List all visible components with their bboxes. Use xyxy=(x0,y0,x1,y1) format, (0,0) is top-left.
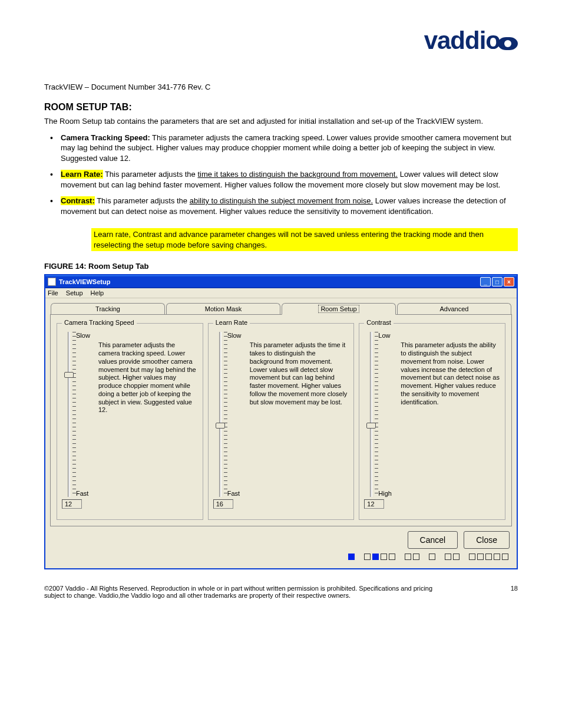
status-led xyxy=(389,554,395,560)
slider-description: This parameter adjusts the ability to di… xyxy=(401,341,500,515)
footer-left: ©2007 Vaddio - All Rights Reserved. Repr… xyxy=(44,585,445,599)
status-led xyxy=(372,554,379,560)
menu-help[interactable]: Help xyxy=(91,289,104,297)
bullet-text-a: This parameter adjusts the xyxy=(103,170,198,179)
bullet-label: Camera Tracking Speed: xyxy=(61,133,150,142)
tab-bar: Tracking Motion Mask Room Setup Advanced xyxy=(50,303,512,315)
slider-thumb[interactable] xyxy=(366,423,376,429)
page-footer: ©2007 Vaddio - All Rights Reserved. Repr… xyxy=(44,585,518,599)
logo-eye-icon xyxy=(498,37,518,50)
status-led xyxy=(494,554,500,560)
slider-thumb[interactable] xyxy=(64,372,74,378)
tab-tracking[interactable]: Tracking xyxy=(51,303,165,315)
bullet-contrast: Contrast: This parameter adjusts the abi… xyxy=(44,196,518,216)
group-camera-tracking-speed: Camera Tracking Speed Slow xyxy=(57,323,203,520)
status-led xyxy=(405,554,411,560)
status-led xyxy=(413,554,419,560)
group-title: Camera Tracking Speed xyxy=(62,319,137,326)
slider-value-learn-rate[interactable]: 16 xyxy=(213,499,233,509)
status-led xyxy=(364,554,371,560)
status-led xyxy=(469,554,475,560)
slider-bottom-label: Fast xyxy=(76,490,94,497)
window-title: TrackVIEWSetup xyxy=(59,278,480,285)
slider-contrast[interactable] xyxy=(366,332,378,497)
slider-top-label: Slow xyxy=(227,332,245,339)
cancel-button[interactable]: Cancel xyxy=(408,531,458,549)
slider-camera-tracking-speed[interactable] xyxy=(64,332,76,497)
tab-body: Camera Tracking Speed Slow xyxy=(50,314,512,526)
bullet-list: Camera Tracking Speed: This parameter ad… xyxy=(44,133,518,217)
tab-advanced[interactable]: Advanced xyxy=(397,303,511,315)
status-led xyxy=(348,554,355,560)
maximize-button[interactable]: □ xyxy=(492,277,503,286)
intro-paragraph: The Room Setup tab contains the paramete… xyxy=(44,116,518,127)
group-title: Learn Rate xyxy=(213,319,250,326)
tab-room-setup[interactable]: Room Setup xyxy=(282,303,396,315)
status-led xyxy=(485,554,492,560)
bullet-label: Contrast: xyxy=(61,196,95,205)
section-title: ROOM SETUP TAB: xyxy=(44,102,518,113)
menu-setup[interactable]: Setup xyxy=(66,289,83,297)
slider-top-label: Slow xyxy=(76,332,94,339)
slider-value-camera-tracking-speed[interactable]: 12 xyxy=(62,499,82,509)
slider-top-label: Low xyxy=(378,332,396,339)
group-contrast: Contrast Low High xyxy=(359,323,505,520)
slider-description: This parameter adjusts the camera tracki… xyxy=(98,341,198,515)
slider-learn-rate[interactable] xyxy=(216,332,227,497)
slider-value-contrast[interactable]: 12 xyxy=(364,499,384,509)
status-led xyxy=(477,554,484,560)
led-status-bar xyxy=(50,554,512,564)
tab-label: Room Setup xyxy=(318,305,359,313)
menu-file[interactable]: File xyxy=(48,289,58,297)
bullet-tracking-speed: Camera Tracking Speed: This parameter ad… xyxy=(44,133,518,164)
highlight-note: Learn rate, Contrast and advance paramet… xyxy=(91,228,518,251)
group-learn-rate: Learn Rate Slow F xyxy=(208,323,355,520)
page-number: 18 xyxy=(511,585,518,599)
close-button[interactable]: Close xyxy=(464,531,510,549)
brand-text: vaddio xyxy=(424,27,500,54)
slider-description: This parameter adjusts the time it takes… xyxy=(250,341,349,515)
slider-bottom-label: Fast xyxy=(227,490,245,497)
bullet-label: Learn Rate: xyxy=(61,170,103,179)
tab-motion-mask[interactable]: Motion Mask xyxy=(166,303,280,315)
group-title: Contrast xyxy=(364,319,394,326)
close-window-button[interactable]: × xyxy=(504,277,514,286)
menu-bar: File Setup Help xyxy=(45,288,517,298)
bullet-learn-rate: Learn Rate: This parameter adjusts the t… xyxy=(44,169,518,190)
figure-label: FIGURE 14: Room Setup Tab xyxy=(44,262,518,271)
minimize-button[interactable]: _ xyxy=(480,277,491,286)
brand-logo: vaddio xyxy=(424,27,518,55)
slider-bottom-label: High xyxy=(378,490,396,497)
slider-thumb[interactable] xyxy=(216,423,225,429)
status-led xyxy=(381,554,387,560)
window-icon xyxy=(48,278,56,286)
doc-header: TrackVIEW – Document Number 341-776 Rev.… xyxy=(44,83,518,91)
status-led xyxy=(502,554,508,560)
trackview-window: TrackVIEWSetup _ □ × File Setup Help Tra… xyxy=(44,274,518,569)
bullet-text-b: ability to distinguish the subject movem… xyxy=(190,196,373,205)
status-led xyxy=(453,554,459,560)
status-led xyxy=(445,554,451,560)
status-led xyxy=(429,554,435,560)
bullet-text-b: time it takes to distinguish the backgro… xyxy=(197,170,398,179)
bullet-text-a: This parameter adjusts the xyxy=(95,196,190,205)
titlebar[interactable]: TrackVIEWSetup _ □ × xyxy=(45,275,517,288)
